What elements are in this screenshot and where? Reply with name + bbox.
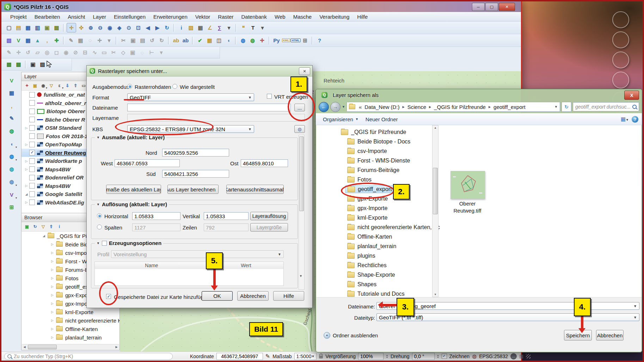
add-vector-tile-side-icon[interactable]: V▾ (7, 190, 17, 200)
new-folder-button[interactable]: Neuer Ordner (362, 116, 401, 122)
current-layer-extent-button[interactable]: ısmaße des aktuellen Laye (106, 185, 161, 194)
locator-search[interactable]: Zu suchender Typ (Strg+K) (4, 353, 173, 360)
resolution-group-header[interactable]: ▼Auflösung (aktuell: Layer) (95, 201, 169, 207)
identify-features-icon[interactable]: i (177, 23, 186, 32)
expand-arrow-icon[interactable]: ▷ (51, 276, 56, 280)
format-combo[interactable]: GeoTIFF▼ (127, 93, 254, 101)
add-part-icon[interactable]: ◻ (52, 48, 61, 57)
zoom-next-icon[interactable]: ▶ (153, 23, 162, 32)
vrt-checkbox[interactable] (267, 94, 272, 99)
expand-arrow-icon[interactable]: ▷ (24, 167, 29, 171)
crumb-data-new[interactable]: Data_New (D:)▶ (363, 104, 406, 110)
zoom-to-selection-icon[interactable]: ⊙ (124, 23, 133, 32)
crumb-qgis-fuer-pilzfreunde[interactable]: _QGIS für Pilzfreunde▶ (433, 104, 492, 110)
menu-hilfe[interactable]: Hilfe (353, 14, 372, 20)
html-tools-icon[interactable]: HTML (291, 36, 300, 45)
close-icon[interactable]: X (624, 91, 639, 100)
zoom-full-icon[interactable]: ◈ (115, 23, 124, 32)
expand-arrow-icon[interactable]: ▷ (24, 126, 29, 130)
tracking-pen-icon[interactable]: ✎ (265, 353, 270, 360)
menu-projekt[interactable]: Projekt (6, 14, 31, 20)
save-project-as-icon[interactable]: ▥ (33, 23, 42, 32)
add-gpx-side-icon[interactable]: ✎ (7, 113, 17, 123)
map-theme-edit-icon[interactable]: ▩ (14, 60, 23, 69)
layer-visibility-checkbox[interactable] (29, 117, 35, 122)
new-project-icon[interactable]: ▢ (5, 23, 13, 32)
toolbar-icon[interactable] (235, 24, 237, 32)
layer-visibility-checkbox[interactable] (29, 166, 35, 172)
options-table-body[interactable] (94, 269, 284, 286)
select-features-icon[interactable]: ▧ (186, 23, 195, 32)
crs-globe-icon[interactable]: ◍ (472, 353, 477, 360)
desktop-gadget-icon[interactable] (612, 51, 629, 68)
spinner-icons[interactable]: ▲▼ (437, 354, 439, 358)
layer-visibility-checkbox[interactable] (29, 191, 35, 197)
add-raster-layer-icon[interactable]: ▦ (24, 36, 32, 45)
zoom-native-icon[interactable]: ◉ (105, 23, 114, 32)
menu-bearbeiten[interactable]: Bearbeiten (31, 14, 64, 20)
expand-arrow-icon[interactable]: ▷ (51, 285, 56, 288)
layer-visibility-checkbox[interactable] (29, 109, 35, 114)
size-radio[interactable] (97, 225, 102, 229)
annotation-menu-icon[interactable]: ▾ (258, 23, 267, 32)
data-source-manager-icon[interactable]: ▧ (5, 36, 13, 45)
menu-erweiterungen[interactable]: Erweiterungen (149, 14, 191, 20)
filter-legend-icon[interactable]: ▽ (48, 82, 55, 90)
help-button[interactable]: Hilfe (273, 291, 304, 301)
scale-combo[interactable]: 1:5000▼ (294, 353, 317, 360)
expand-arrow-icon[interactable]: ▷ (51, 327, 56, 331)
folder-tutoriale-und-docs[interactable]: Tutoriale und Docs (316, 289, 432, 297)
browser-properties-icon[interactable]: i (56, 223, 63, 231)
epsg-status[interactable]: EPSG:25832 (479, 354, 508, 359)
filter-expression-icon[interactable]: ε▾ (56, 82, 63, 90)
map-tips-status-icon[interactable]: ▤ (519, 354, 523, 359)
zoom-to-layer-icon[interactable]: ⊡ (134, 23, 143, 32)
open-project-icon[interactable]: ▤ (14, 23, 23, 32)
expand-arrow-icon[interactable]: ▷ (51, 251, 56, 254)
expand-arrow-icon[interactable]: ▷ (51, 302, 56, 305)
layer-labeling-icon[interactable]: ab (172, 36, 180, 45)
scroll-up-icon[interactable]: ▲ (434, 126, 437, 129)
merge-features-icon[interactable]: ▣ (128, 48, 137, 57)
save-button[interactable]: Speichern (564, 330, 592, 340)
expand-arrow-icon[interactable]: ▷ (51, 268, 56, 271)
layer-visibility-checkbox[interactable]: ✓ (29, 150, 35, 155)
layer-resolution-button[interactable]: Layerauflösung (250, 212, 288, 220)
expand-arrow-icon[interactable]: ▷ (51, 259, 56, 263)
organize-menu[interactable]: Organisieren▼ (319, 116, 362, 122)
add-raster-side-icon[interactable]: ▦ (7, 88, 17, 98)
db-manager-icon[interactable]: ◫ (215, 36, 223, 45)
browser-folder-planlauf-terrain[interactable]: ▷planlauf_terrain (22, 333, 119, 342)
canvas-extent-button[interactable]: Kartenausschnittsausmaß (226, 185, 284, 194)
ok-button[interactable]: OK (202, 291, 233, 301)
scroll-down-icon[interactable]: ▼ (299, 274, 302, 278)
add-group-icon[interactable]: ▣ (31, 82, 39, 90)
menu-datenbank[interactable]: Datenbank (238, 14, 271, 20)
folder-offline-karten[interactable]: Offline-Karten (316, 232, 432, 241)
toolbar-icon[interactable] (63, 24, 65, 32)
desktop-gadget-icon[interactable] (612, 72, 629, 88)
add-vector-side-icon[interactable]: V (7, 75, 17, 85)
scrollbar-thumb[interactable] (28, 345, 57, 349)
dialog-titlebar[interactable]: Q Rasterlayer speichern unter... ✕ (87, 66, 312, 76)
menu-ansicht[interactable]: Ansicht (64, 14, 89, 20)
collapse-all-icon[interactable]: ⇧ (72, 82, 79, 90)
pan-to-selection-icon[interactable]: ✜ (77, 23, 86, 32)
layer-visibility-checkbox[interactable] (29, 133, 35, 139)
vertex-tool-icon[interactable]: ✛ (95, 36, 104, 45)
folder-forums-beitraege[interactable]: Forums-Beiträge (316, 165, 432, 175)
copy-features-icon[interactable]: ▣ (129, 36, 137, 45)
rotate-feature-icon[interactable]: ↺ (24, 48, 32, 57)
search-input[interactable]: geotiff_export durchsuc... (573, 102, 639, 111)
zoom-out-icon[interactable]: ⊖ (96, 23, 105, 32)
folder-rechtliches[interactable]: Rechtliches (316, 260, 432, 270)
move-feature-icon[interactable]: ✛ (14, 48, 23, 57)
scroll-down-icon[interactable]: ▼ (434, 293, 437, 296)
east-input[interactable] (241, 159, 288, 167)
mode-raw-radio[interactable] (127, 84, 132, 89)
crs-globe-button[interactable]: ◍ (294, 125, 305, 133)
digitize-icon[interactable]: ◌ (86, 36, 94, 45)
reshape-icon[interactable]: ▭ (100, 48, 109, 57)
filter-browser-icon[interactable]: ▽ (39, 223, 47, 231)
add-delimited-text-side-icon[interactable]: , (7, 101, 17, 111)
